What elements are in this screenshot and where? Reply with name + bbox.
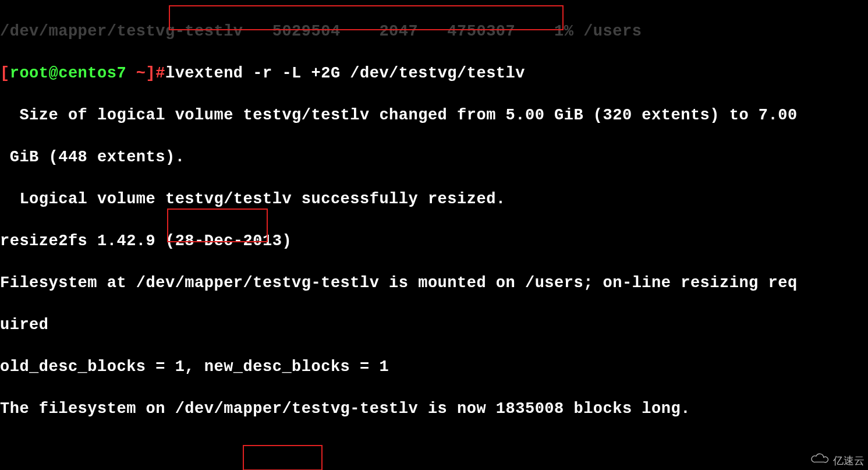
output-line: Filesystem at /dev/mapper/testvg-testlv … <box>0 273 868 294</box>
output-line: Logical volume testvg/testlv successfull… <box>0 189 868 210</box>
command-1: lvextend -r -L +2G /dev/testvg/testlv <box>165 65 525 82</box>
user-host: root@centos7 <box>10 65 126 82</box>
terminal[interactable]: /dev/mapper/testvg-testlv 5029504 2047 4… <box>0 0 868 470</box>
path: ~ <box>126 65 146 82</box>
prompt-line: [root@centos7 ~]#lvextend -r -L +2G /dev… <box>0 63 868 84</box>
output-line: The filesystem on /dev/mapper/testvg-tes… <box>0 398 868 419</box>
bracket: [ <box>0 65 10 82</box>
output-line: GiB (448 extents). <box>0 147 868 168</box>
output-line: resize2fs 1.42.9 (28-Dec-2013) <box>0 231 868 252</box>
output-line: Size of logical volume testvg/testlv cha… <box>0 105 868 126</box>
watermark-text: 亿速云 <box>833 454 865 468</box>
watermark: 亿速云 <box>810 453 865 468</box>
output-line <box>0 440 868 461</box>
output-line: uired <box>0 314 868 335</box>
output-line: /dev/mapper/testvg-testlv 5029504 2047 4… <box>0 21 868 42</box>
bracket: ] <box>146 65 156 82</box>
output-line: old_desc_blocks = 1, new_desc_blocks = 1 <box>0 356 868 377</box>
cloud-icon <box>810 453 830 468</box>
hash: # <box>155 65 165 82</box>
